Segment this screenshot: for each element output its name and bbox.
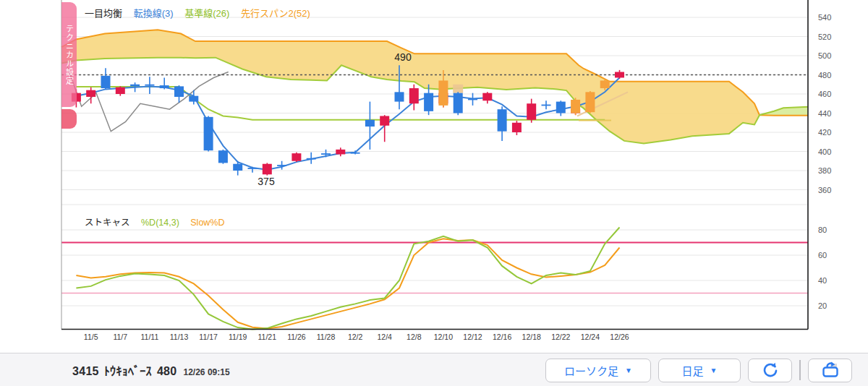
candle: [292, 153, 301, 161]
svg-text:12/26: 12/26: [610, 333, 629, 341]
candle: [307, 158, 316, 160]
svg-text:80: 80: [818, 226, 827, 234]
svg-text:380: 380: [818, 166, 831, 175]
ichimoku-legend: 一目均衡 転換線(3) 基準線(26) 先行スパン2(52): [85, 6, 319, 20]
candle: [174, 86, 184, 97]
svg-text:11/26: 11/26: [287, 333, 306, 341]
candle: [277, 165, 286, 166]
bottom-toolbar: 3415 ﾄｳｷｮﾍﾞｰｽ 480 12/26 09:15 ローソク足 ▼ 日足…: [0, 353, 868, 386]
chart-canvas[interactable]: 5405205004804604404204003803608060402049…: [0, 0, 868, 348]
rotate-screen-icon: [821, 361, 840, 379]
svg-text:500: 500: [818, 51, 831, 60]
candle: [351, 153, 360, 154]
quote-datetime: 12/26 09:15: [184, 367, 230, 377]
svg-text:12/2: 12/2: [348, 333, 363, 341]
candle: [160, 85, 169, 88]
timeframe-dropdown-label: 日足: [682, 363, 704, 378]
date-axis-labels: 11/511/711/1111/1311/1711/1911/2111/2611…: [84, 333, 629, 341]
toolbar-divider: [799, 360, 801, 380]
high-annotation: 490: [394, 51, 412, 63]
toolbar-buttons: ローソク足 ▼ 日足 ▼: [545, 359, 852, 382]
svg-text:11/28: 11/28: [317, 333, 336, 341]
svg-text:480: 480: [818, 71, 831, 80]
candle: [512, 123, 522, 132]
svg-text:20: 20: [818, 301, 827, 310]
svg-text:520: 520: [818, 33, 831, 41]
tab-stub[interactable]: [61, 109, 77, 129]
candle: [498, 109, 507, 131]
candle: [409, 88, 419, 103]
candle: [542, 105, 551, 106]
kijun-legend-label: 基準線(26): [184, 8, 229, 19]
candle: [86, 90, 95, 97]
price-axis-labels: 54052050048046044042040038036080604020: [818, 13, 831, 310]
candle-type-dropdown[interactable]: ローソク足 ▼: [545, 359, 651, 382]
candle-type-dropdown-label: ローソク足: [564, 363, 618, 378]
svg-text:12/18: 12/18: [522, 333, 541, 341]
candle: [248, 168, 258, 169]
candle: [600, 80, 610, 88]
svg-text:12/10: 12/10: [434, 333, 453, 341]
gap-box: [453, 85, 463, 93]
tab-technical-settings[interactable]: テクニカル設定: [61, 2, 77, 107]
candle: [571, 100, 580, 113]
candle: [218, 150, 228, 163]
candle: [101, 76, 111, 88]
svg-text:12/12: 12/12: [463, 333, 482, 341]
chevron-down-icon: ▼: [625, 366, 632, 374]
candle: [204, 117, 213, 150]
ticker-code: 3415: [72, 365, 99, 378]
refresh-icon: [762, 361, 779, 379]
ticker-price: 480: [157, 365, 177, 378]
timeframe-dropdown[interactable]: 日足 ▼: [658, 359, 741, 382]
svg-text:11/7: 11/7: [113, 333, 127, 341]
candle: [454, 93, 463, 113]
svg-text:11/21: 11/21: [258, 333, 277, 341]
stochastics-legend: ストキャス %D(14,3) Slow%D: [85, 215, 234, 228]
senkou2-legend-label: 先行スパン2(52): [241, 8, 310, 19]
candle: [395, 92, 404, 101]
rotate-screen-button[interactable]: [808, 359, 852, 382]
low-annotation: 375: [258, 176, 275, 187]
candle: [556, 102, 566, 113]
stoch-legend-title: ストキャス: [85, 218, 130, 228]
ichimoku-legend-title: 一目均衡: [85, 8, 122, 19]
candle: [365, 120, 375, 126]
chevron-down-icon: ▼: [710, 366, 718, 374]
percd-legend-label: %D(14,3): [141, 218, 179, 228]
candle: [438, 80, 448, 105]
slowd-line: [76, 239, 619, 328]
svg-text:420: 420: [818, 128, 831, 137]
svg-text:40: 40: [818, 276, 827, 285]
candle: [482, 93, 492, 101]
svg-text:540: 540: [818, 13, 831, 22]
svg-text:12/4: 12/4: [377, 333, 392, 341]
candle: [380, 116, 389, 125]
svg-text:11/11: 11/11: [141, 333, 159, 341]
svg-text:360: 360: [818, 186, 831, 194]
svg-text:440: 440: [818, 109, 831, 118]
svg-text:11/17: 11/17: [199, 333, 218, 341]
stock-chart-app: 5405205004804604404204003803608060402049…: [0, 0, 868, 386]
svg-text:12/16: 12/16: [493, 333, 511, 341]
stochastics: [61, 228, 808, 330]
svg-text:11/5: 11/5: [84, 333, 98, 341]
candle: [189, 96, 198, 102]
candle: [130, 85, 140, 87]
svg-text:400: 400: [818, 147, 831, 156]
svg-text:12/8: 12/8: [407, 333, 422, 341]
candle: [615, 72, 624, 78]
svg-text:12/22: 12/22: [551, 333, 570, 341]
svg-text:12/24: 12/24: [581, 333, 600, 341]
candle: [116, 87, 125, 94]
refresh-button[interactable]: [748, 359, 792, 382]
ticker-name: ﾄｳｷｮﾍﾞｰｽ: [104, 361, 152, 379]
slowd-legend-label: Slow%D: [190, 218, 224, 228]
candle: [468, 99, 477, 100]
tenkan-legend-label: 転換線(3): [134, 8, 174, 19]
candle: [527, 103, 536, 120]
svg-text:60: 60: [818, 251, 827, 260]
candle: [321, 153, 331, 155]
candle: [424, 93, 433, 111]
candle: [233, 164, 242, 171]
